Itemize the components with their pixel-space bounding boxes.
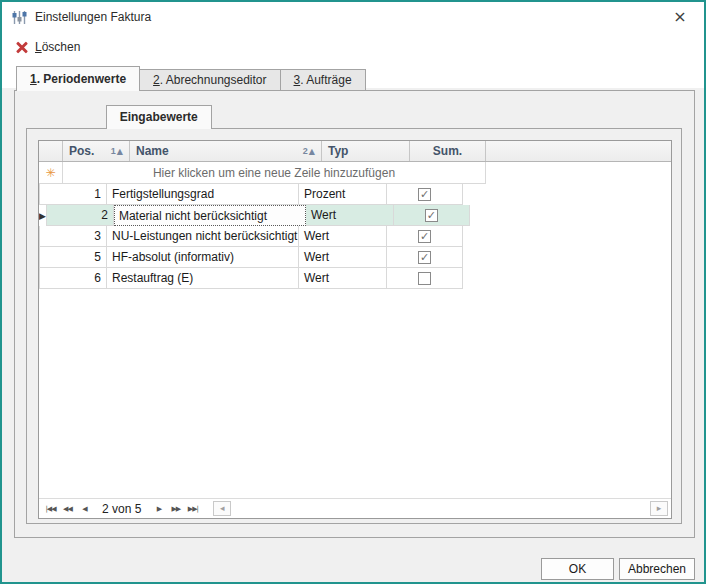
tab-periodenwerte[interactable]: 1. Periodenwerte [16,66,140,91]
new-row-hint[interactable]: Hier klicken um eine neue Zeile hinzuzuf… [63,162,486,184]
cell-pos[interactable]: 6 [40,268,107,289]
cell-typ[interactable]: Wert [299,268,387,289]
new-row-star-icon: ✳ [39,162,63,184]
cell-sum: ✓ [387,226,463,247]
cell-name[interactable]: HF-absolut (informativ) [107,247,299,268]
column-header-typ[interactable]: Typ [322,141,410,161]
nav-prev-page-button[interactable]: ◀◀ [59,501,76,517]
header-indicator-cell [39,141,63,161]
sum-checkbox-unchecked[interactable] [418,272,431,285]
sliders-icon [12,10,27,25]
cell-pos[interactable]: 5 [40,247,107,268]
sort-indicator-name: 2▲ [303,146,315,156]
window-title: Einstellungen Faktura [35,10,151,24]
sum-checkbox[interactable]: ✓ [418,251,431,264]
tab-abrechnungseditor[interactable]: 2. Abrechnungseditor [139,69,280,91]
cell-typ[interactable]: Wert [299,247,387,268]
sort-indicator-pos: 1▲ [111,146,123,156]
cell-sum: ✓ [387,247,463,268]
row-indicator-icon: ▶ [39,211,46,221]
cell-typ[interactable]: Wert [306,205,394,226]
cell-pos[interactable]: 1 [40,184,107,205]
titlebar: Einstellungen Faktura × [2,2,704,32]
sort-asc-icon: ▲ [309,147,315,156]
cell-pos[interactable]: 3 [40,226,107,247]
nav-prev-button[interactable]: ◀ [76,501,93,517]
tab-eingabewerte[interactable]: Eingabewerte [106,105,212,129]
tab-auftraege[interactable]: 3. Aufträge [280,69,366,91]
delete-x-icon [16,41,28,53]
hscroll-left-button[interactable]: ◂ [213,501,231,516]
check-icon: ✓ [420,231,429,242]
cell-typ[interactable]: Wert [299,226,387,247]
sort-asc-icon: ▲ [117,147,123,156]
close-icon: × [673,7,686,26]
grid-row-1[interactable]: 1 Fertigstellungsgrad Prozent ✓ [39,184,671,205]
cell-typ[interactable]: Prozent [299,184,387,205]
column-header-sum[interactable]: Sum. [410,141,486,161]
check-icon: ✓ [420,189,429,200]
grid-row-5[interactable]: 6 Restauftrag (E) Wert [39,268,671,289]
grid-new-row[interactable]: ✳ Hier klicken um eine neue Zeile hinzuz… [39,162,671,184]
nav-next-page-button[interactable]: ▶▶ [167,501,184,517]
delete-label: Löschen [35,40,80,54]
cell-name[interactable]: Restauftrag (E) [107,268,299,289]
cell-sum: ✓ [387,184,463,205]
cell-sum: ✓ [394,205,470,226]
sum-checkbox[interactable]: ✓ [425,209,438,222]
toolbar: Löschen [2,32,704,62]
cell-pos[interactable]: 2 [47,205,114,226]
cell-name-focused[interactable]: Material nicht berücksichtigt [114,205,306,226]
nav-first-button[interactable]: |◀◀ [42,501,59,517]
hscroll-right-button[interactable]: ▸ [650,501,668,516]
check-icon: ✓ [420,252,429,263]
nav-next-button[interactable]: ▶ [150,501,167,517]
outer-tabstrip: 1. Periodenwerte 2. Abrechnungseditor 3.… [16,66,365,91]
grid-empty-area [39,289,671,498]
cell-name[interactable]: Fertigstellungsgrad [107,184,299,205]
delete-button[interactable]: Löschen [10,36,86,58]
record-position-text: 2 von 5 [102,502,141,516]
sum-checkbox[interactable]: ✓ [418,188,431,201]
row-indicator-cell: ▶ [39,205,47,226]
grid-row-2-selected[interactable]: ▶ 2 Material nicht berücksichtigt Wert ✓ [39,205,671,226]
column-header-name[interactable]: Name 2▲ [130,141,322,161]
cancel-button[interactable]: Abbrechen [619,558,695,580]
periodenwerte-grid: Pos. 1▲ Name 2▲ Typ Sum. ✳ Hier klicken … [38,140,672,519]
grid-header-row: Pos. 1▲ Name 2▲ Typ Sum. [39,141,671,162]
cell-sum [387,268,463,289]
sum-checkbox[interactable]: ✓ [418,230,431,243]
check-icon: ✓ [427,210,436,221]
close-button[interactable]: × [664,6,696,28]
column-header-pos[interactable]: Pos. 1▲ [63,141,130,161]
grid-row-3[interactable]: 3 NU-Leistungen nicht berücksichtigt Wer… [39,226,671,247]
dialog-einstellungen-faktura: Einstellungen Faktura × Löschen 1. Perio… [0,0,706,584]
header-filler-cell [486,141,671,161]
nav-last-button[interactable]: ▶▶| [184,501,201,517]
grid-navigator: |◀◀ ◀◀ ◀ 2 von 5 ▶ ▶▶ ▶▶| ◂ ▸ [39,498,671,518]
cell-name[interactable]: NU-Leistungen nicht berücksichtigt [107,226,299,247]
grid-row-4[interactable]: 5 HF-absolut (informativ) Wert ✓ [39,247,671,268]
ok-button[interactable]: OK [541,558,614,580]
